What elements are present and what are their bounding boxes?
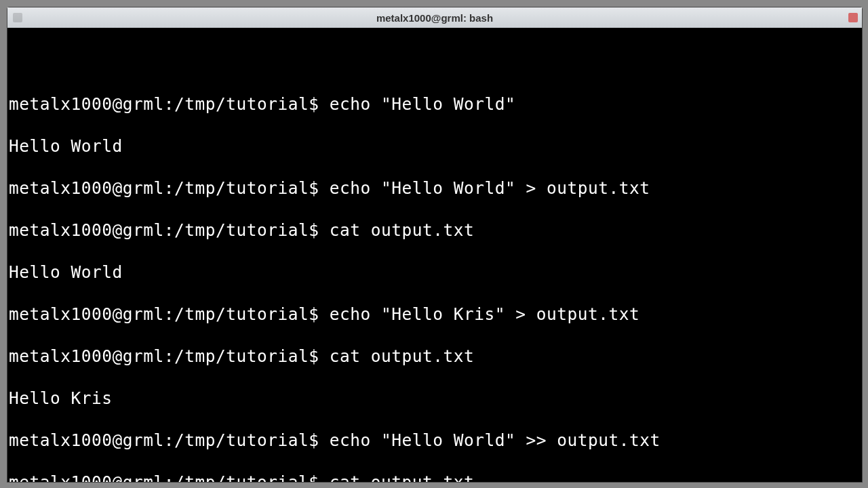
output-line: Hello World	[9, 136, 861, 157]
prompt-line: metalx1000@grml:/tmp/tutorial$ cat outpu…	[9, 472, 861, 482]
window-title: metalx1000@grml: bash	[376, 12, 493, 24]
terminal-body[interactable]: metalx1000@grml:/tmp/tutorial$ echo "Hel…	[7, 28, 862, 482]
prompt-line: metalx1000@grml:/tmp/tutorial$ cat outpu…	[9, 220, 861, 241]
window-menu-icon[interactable]	[13, 13, 22, 22]
output-line: Hello World	[9, 262, 861, 283]
prompt-line: metalx1000@grml:/tmp/tutorial$ echo "Hel…	[9, 178, 861, 199]
text-cursor-icon	[320, 300, 321, 317]
prompt-line: metalx1000@grml:/tmp/tutorial$ echo "Hel…	[9, 94, 861, 115]
terminal-window: metalx1000@grml: bash metalx1000@grml:/t…	[7, 7, 863, 483]
window-close-icon[interactable]	[848, 13, 858, 22]
prompt-line: metalx1000@grml:/tmp/tutorial$ cat outpu…	[9, 346, 861, 367]
prompt-line: metalx1000@grml:/tmp/tutorial$ echo "Hel…	[9, 430, 861, 451]
window-titlebar[interactable]: metalx1000@grml: bash	[7, 7, 862, 28]
output-line: Hello Kris	[9, 388, 861, 409]
prompt-line: metalx1000@grml:/tmp/tutorial$ echo "Hel…	[9, 304, 861, 325]
